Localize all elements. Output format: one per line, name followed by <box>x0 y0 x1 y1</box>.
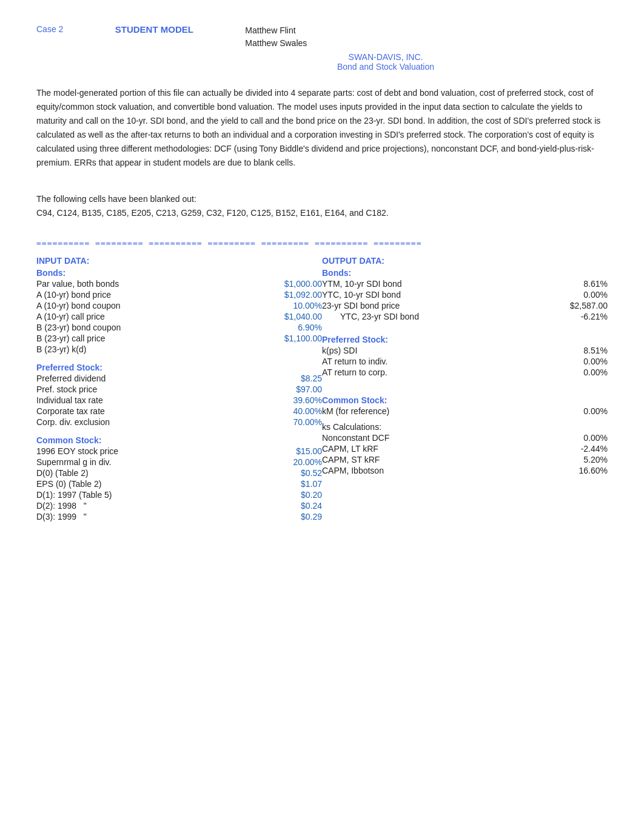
row-label: CAPM, LT kRF <box>322 444 547 454</box>
row-value: $1.07 <box>255 479 322 489</box>
table-row: B (23-yr) bond coupon 6.90% <box>36 323 322 332</box>
table-row: A (10-yr) bond coupon 10.00% <box>36 301 322 310</box>
row-value: $97.00 <box>255 384 322 394</box>
row-value: 40.00% <box>255 406 322 416</box>
row-label: A (10-yr) call price <box>36 312 255 321</box>
table-row: B (23-yr) call price $1,100.00 <box>36 334 322 343</box>
case-label: Case 2 <box>36 24 63 34</box>
table-row: Par value, both bonds $1,000.00 <box>36 279 322 289</box>
row-label: A (10-yr) bond price <box>36 290 255 300</box>
row-label: Corp. div. exclusion <box>36 417 255 427</box>
row-label: Par value, both bonds <box>36 279 255 289</box>
table-row: CAPM, Ibbotson 16.60% <box>322 466 608 475</box>
separator-row: ========== ========= ========== ========… <box>36 238 608 247</box>
output-common-title: Common Stock: <box>322 395 608 405</box>
company-name: SWAN-DAVIS, INC. <box>164 52 608 62</box>
row-value: 0.00% <box>547 357 608 366</box>
table-row: AT return to corp. 0.00% <box>322 367 608 377</box>
row-value: -2.44% <box>547 444 608 454</box>
table-row: A (10-yr) call price $1,040.00 <box>36 312 322 321</box>
table-row: Supernrmal g in div. 20.00% <box>36 457 322 467</box>
row-value: 6.90% <box>255 323 322 332</box>
table-row: D(0) (Table 2) $0.52 <box>36 468 322 478</box>
row-label: CAPM, Ibbotson <box>322 466 547 475</box>
table-row: YTC, 10-yr SDI bond 0.00% <box>322 290 608 300</box>
row-value: 70.00% <box>255 417 322 427</box>
row-label: Individual tax rate <box>36 395 255 405</box>
row-label: YTM, 10-yr SDI bond <box>322 279 547 289</box>
row-label: D(3): 1999 " <box>36 512 255 521</box>
table-row: YTM, 10-yr SDI bond 8.61% <box>322 279 608 289</box>
output-preferred-title: Preferred Stock: <box>322 335 608 344</box>
table-row: 1996 EOY stock price $15.00 <box>36 446 322 456</box>
row-label: Nonconstant DCF <box>322 433 547 443</box>
row-value: 0.00% <box>547 290 608 300</box>
table-row: Individual tax rate 39.60% <box>36 395 322 405</box>
row-label: AT return to corp. <box>322 367 547 377</box>
row-value: 0.00% <box>547 406 608 416</box>
row-value: $0.52 <box>255 468 322 478</box>
table-row: YTC, 23-yr SDI bond -6.21% <box>322 312 608 321</box>
input-title: INPUT DATA: <box>36 256 322 266</box>
row-label: D(0) (Table 2) <box>36 468 255 478</box>
author2: Matthew Swales <box>245 37 307 50</box>
row-value: 5.20% <box>547 455 608 464</box>
input-common-title: Common Stock: <box>36 435 322 445</box>
row-label: CAPM, ST kRF <box>322 455 547 464</box>
row-value: $1,000.00 <box>255 279 322 289</box>
row-value: 16.60% <box>547 466 608 475</box>
row-label: A (10-yr) bond coupon <box>36 301 255 310</box>
row-label: Pref. stock price <box>36 384 255 394</box>
ytc-23-value: -6.21% <box>547 312 608 321</box>
row-value: $0.20 <box>255 490 322 500</box>
row-label: YTC, 10-yr SDI bond <box>322 290 547 300</box>
table-row: 23-yr SDI bond price $2,587.00 <box>322 301 608 310</box>
row-label: Preferred dividend <box>36 374 255 383</box>
row-label: 1996 EOY stock price <box>36 446 255 456</box>
table-row: Pref. stock price $97.00 <box>36 384 322 394</box>
table-row: D(2): 1998 " $0.24 <box>36 501 322 511</box>
table-row: EPS (0) (Table 2) $1.07 <box>36 479 322 489</box>
output-bonds-title: Bonds: <box>322 268 608 278</box>
input-bonds-title: Bonds: <box>36 268 322 278</box>
row-value: 8.51% <box>547 346 608 355</box>
row-label: kM (for reference) <box>322 406 547 416</box>
table-row: D(3): 1999 " $0.29 <box>36 512 322 521</box>
table-row: A (10-yr) bond price $1,092.00 <box>36 290 322 300</box>
table-row: Preferred dividend $8.25 <box>36 374 322 383</box>
bond-price-label: 23-yr SDI bond price <box>322 301 547 310</box>
row-value: $0.24 <box>255 501 322 511</box>
row-value: 20.00% <box>255 457 322 467</box>
table-row: AT return to indiv. 0.00% <box>322 357 608 366</box>
row-value: 8.61% <box>547 279 608 289</box>
blanked-note-line2: C94, C124, B135, C185, E205, C213, G259,… <box>36 206 608 220</box>
row-label: Corporate tax rate <box>36 406 255 416</box>
row-label: Supernrmal g in div. <box>36 457 255 467</box>
row-label: D(2): 1998 " <box>36 501 255 511</box>
input-preferred-title: Preferred Stock: <box>36 363 322 372</box>
description-text: The model-generated portion of this file… <box>36 86 608 170</box>
bond-price-value: $2,587.00 <box>547 301 608 310</box>
table-row: CAPM, LT kRF -2.44% <box>322 444 608 454</box>
table-row: CAPM, ST kRF 5.20% <box>322 455 608 464</box>
row-label: B (23-yr) bond coupon <box>36 323 255 332</box>
row-value: 0.00% <box>547 433 608 443</box>
table-row: Corporate tax rate 40.00% <box>36 406 322 416</box>
output-title: OUTPUT DATA: <box>322 256 608 266</box>
student-model-title: STUDENT MODEL <box>99 24 209 35</box>
row-label: AT return to indiv. <box>322 357 547 366</box>
row-value: $15.00 <box>255 446 322 456</box>
table-row: Nonconstant DCF 0.00% <box>322 433 608 443</box>
row-value: 10.00% <box>255 301 322 310</box>
row-value: 0.00% <box>547 367 608 377</box>
row-value: 39.60% <box>255 395 322 405</box>
blanked-note-line1: The following cells have been blanked ou… <box>36 192 608 206</box>
row-label: EPS (0) (Table 2) <box>36 479 255 489</box>
table-row: Corp. div. exclusion 70.00% <box>36 417 322 427</box>
table-row: D(1): 1997 (Table 5) $0.20 <box>36 490 322 500</box>
row-label: D(1): 1997 (Table 5) <box>36 490 255 500</box>
row-label: B (23-yr) call price <box>36 334 255 343</box>
row-value: $0.29 <box>255 512 322 521</box>
row-label: B (23-yr) k(d) <box>36 344 255 354</box>
table-row: kM (for reference) 0.00% <box>322 406 608 416</box>
